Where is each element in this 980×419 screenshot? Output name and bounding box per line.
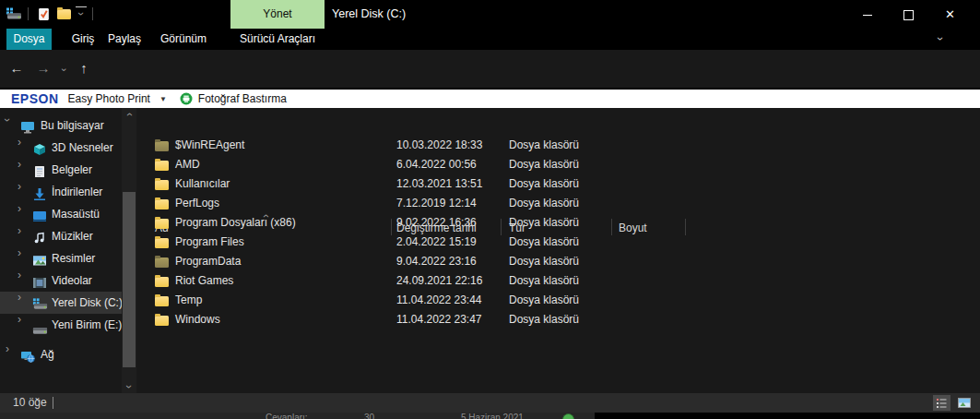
folder-icon: [155, 296, 169, 306]
table-row[interactable]: Program Dosyaları (x86) 9.02.2022 16:36 …: [136, 213, 980, 233]
expand-chevron-icon[interactable]: ›: [18, 314, 21, 325]
tab-manage[interactable]: Yönet: [230, 0, 325, 29]
folder-icon: [155, 180, 169, 190]
expand-chevron-icon[interactable]: ›: [18, 203, 21, 214]
sidebar-item-local-disk-c[interactable]: › Yerel Disk (C:): [0, 292, 122, 314]
file-name: Windows: [175, 310, 220, 329]
expand-chevron-icon[interactable]: ›: [6, 343, 9, 354]
table-row[interactable]: Kullanıcılar 12.03.2021 13:51 Dosya klas…: [136, 174, 980, 194]
background-favicon: [562, 413, 574, 419]
sidebar-item-network[interactable]: › Ağ: [0, 343, 122, 365]
title-bar: › Yönet Yerel Disk (C:) ✕: [0, 0, 980, 29]
up-button[interactable]: ↑: [73, 56, 95, 80]
file-date: 11.04.2022 23:47: [396, 310, 482, 329]
ribbon-tab-row: Dosya Giriş Paylaş Görünüm Sürücü Araçla…: [0, 29, 980, 50]
sidebar-item-music[interactable]: › Müzikler: [0, 225, 122, 247]
file-date: 9.02.2022 16:36: [396, 213, 477, 233]
file-name: ProgramData: [175, 252, 241, 271]
file-type: Dosya klasörü: [509, 155, 579, 174]
network-icon: [20, 348, 35, 370]
epson-toolbar: EPSON Easy Photo Print ▼ Fotoğraf Bastır…: [0, 88, 980, 108]
file-type: Dosya klasörü: [509, 310, 579, 329]
minimize-button[interactable]: [846, 0, 888, 29]
back-button[interactable]: ←: [6, 56, 28, 80]
recent-locations-icon[interactable]: ›: [58, 56, 71, 80]
details-view-button[interactable]: [933, 395, 950, 411]
collapse-ribbon-icon[interactable]: ›: [931, 29, 950, 50]
folder-icon: [155, 161, 169, 171]
sidebar-item-label: Ağ: [41, 343, 54, 365]
tab-view[interactable]: Görünüm: [147, 29, 220, 50]
file-date: 7.12.2019 12:14: [396, 194, 477, 213]
file-type: Dosya klasörü: [509, 194, 579, 213]
sidebar-item-documents[interactable]: › Belgeler: [0, 159, 122, 181]
sidebar-item-label: 3D Nesneler: [52, 137, 113, 159]
table-row[interactable]: ProgramData 9.04.2022 23:16 Dosya klasör…: [136, 252, 980, 271]
tab-file[interactable]: Dosya: [6, 29, 52, 50]
new-folder-icon[interactable]: [57, 9, 71, 22]
sidebar-item-videos[interactable]: › Videolar: [0, 269, 122, 292]
file-date: 2.04.2022 15:19: [396, 233, 477, 252]
close-button[interactable]: ✕: [929, 0, 971, 29]
expand-chevron-icon[interactable]: ›: [18, 159, 21, 170]
printer-icon: [180, 92, 193, 105]
background-text: 5 Haziran 2021: [461, 413, 524, 419]
folder-icon: [155, 199, 169, 210]
file-name: Program Files: [175, 233, 244, 252]
photo-print-button[interactable]: Fotoğraf Bastırma: [180, 92, 287, 105]
scrollbar-thumb[interactable]: [123, 192, 136, 367]
item-count: 10 öğe: [13, 393, 47, 413]
expand-chevron-icon[interactable]: ›: [18, 181, 21, 192]
forward-button[interactable]: →: [32, 56, 54, 80]
drive-e-icon: [32, 320, 48, 342]
file-type: Dosya klasörü: [509, 174, 579, 194]
sidebar-item-new-volume-e[interactable]: › Yeni Birim (E:): [0, 314, 122, 336]
customize-qat-icon[interactable]: ›: [76, 6, 87, 20]
sidebar-item-this-pc[interactable]: › Bu bilgisayar: [0, 114, 122, 137]
scroll-up-icon[interactable]: ›: [122, 108, 136, 121]
status-bar: 10 öğe: [0, 393, 980, 413]
window-title: Yerel Disk (C:): [332, 0, 406, 29]
sidebar-item-label: Videolar: [52, 269, 92, 292]
file-name: Kullanıcılar: [175, 174, 230, 194]
tab-share[interactable]: Paylaş: [100, 29, 149, 50]
sidebar-item-label: Masaüstü: [52, 203, 100, 225]
expand-chevron-icon[interactable]: ›: [18, 225, 21, 236]
file-date: 11.04.2022 23:44: [396, 291, 482, 310]
folder-icon: [155, 219, 169, 229]
sidebar-item-label: Bu bilgisayar: [41, 114, 104, 137]
table-row[interactable]: PerfLogs 7.12.2019 12:14 Dosya klasörü: [136, 194, 980, 213]
file-type: Dosya klasörü: [509, 271, 579, 291]
folder-icon: [155, 316, 169, 326]
expand-chevron-icon[interactable]: ›: [2, 118, 13, 122]
table-row[interactable]: Riot Games 24.09.2021 22:16 Dosya klasör…: [136, 271, 980, 291]
file-type: Dosya klasörü: [509, 252, 579, 271]
table-row[interactable]: AMD 6.04.2022 00:56 Dosya klasörü: [136, 155, 980, 174]
background-black-area: [595, 413, 980, 419]
table-row[interactable]: Temp 11.04.2022 23:44 Dosya klasörü: [136, 291, 980, 310]
expand-chevron-icon[interactable]: ›: [18, 137, 21, 148]
epson-dropdown-icon[interactable]: ▼: [159, 95, 167, 103]
sidebar-item-pictures[interactable]: › Resimler: [0, 247, 122, 269]
large-icons-view-button[interactable]: [955, 395, 973, 411]
table-row[interactable]: Program Files 2.04.2022 15:19 Dosya klas…: [136, 233, 980, 252]
sidebar-scrollbar[interactable]: › ›: [122, 108, 136, 393]
properties-check-icon[interactable]: [37, 7, 51, 24]
background-text: Cevapları:: [266, 413, 308, 419]
expand-chevron-icon[interactable]: ›: [18, 269, 21, 281]
scroll-down-icon[interactable]: ›: [122, 380, 136, 393]
sidebar-item-downloads[interactable]: › İndirilenler: [0, 181, 122, 203]
folder-icon: [155, 257, 169, 268]
file-name: PerfLogs: [175, 194, 219, 213]
sidebar-item-desktop[interactable]: › Masaüstü: [0, 203, 122, 225]
folder-icon: [155, 141, 169, 151]
status-divider: [53, 397, 53, 409]
table-row[interactable]: $WinREAgent 10.03.2022 18:33 Dosya klasö…: [136, 136, 980, 155]
expand-chevron-icon[interactable]: ›: [18, 292, 21, 303]
file-type: Dosya klasörü: [509, 213, 579, 233]
maximize-button[interactable]: [888, 0, 929, 29]
tab-drive-tools[interactable]: Sürücü Araçları: [230, 29, 325, 50]
table-row[interactable]: Windows 11.04.2022 23:47 Dosya klasörü: [136, 310, 980, 329]
expand-chevron-icon[interactable]: ›: [18, 247, 21, 258]
sidebar-item-3d-objects[interactable]: › 3D Nesneler: [0, 137, 122, 159]
